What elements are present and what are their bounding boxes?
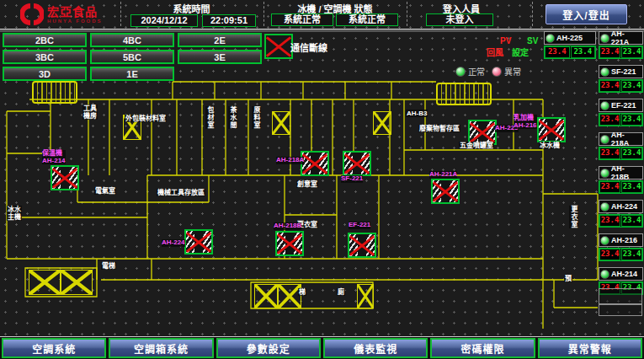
floor-button-3bc[interactable]: 3BC: [3, 50, 87, 64]
unit-card-ah-214[interactable]: AH-214: [599, 267, 643, 281]
unit-column-right: AH-221A23.423.4SF-22123.423.4EF-22123.42…: [599, 31, 643, 301]
room-label: 預: [564, 275, 572, 282]
floor-button-3e[interactable]: 3E: [178, 50, 262, 64]
unit-card-ah-218b[interactable]: AH-218B: [599, 166, 643, 180]
system-clock: 22:09:51: [202, 14, 256, 27]
floor-button-2e[interactable]: 2E: [178, 33, 262, 47]
unit-card-ah-216[interactable]: AH-216: [599, 233, 643, 247]
login-status: 未登入: [426, 13, 493, 26]
unit-card-sf-221[interactable]: SF-221: [599, 65, 643, 78]
unit-sv-value: 23.4: [621, 249, 642, 260]
bottom-nav: 空調系統空調箱系統參數設定儀表監視密碼權限異常警報: [0, 336, 644, 359]
status-led-icon: [600, 101, 609, 110]
ahu-offline-icon-ef-221[interactable]: [348, 233, 376, 258]
room-label: 機械工具存放區: [157, 189, 205, 196]
nav-alarm[interactable]: 異常警報: [538, 338, 642, 358]
room-label: AH-B3: [406, 110, 428, 117]
ahu-offline-icon-ah-214[interactable]: [51, 165, 79, 190]
unit-card-ef-221[interactable]: EF-221: [599, 99, 643, 112]
unit-name: SF-221: [611, 67, 636, 76]
elevator-shaft-icon: [29, 270, 61, 295]
nav-ac-system[interactable]: 空調系統: [2, 338, 106, 358]
plan-unit-label-ah-218b: AH-218B: [274, 222, 301, 230]
nav-param-settings[interactable]: 參數設定: [216, 338, 321, 358]
ahu-offline-icon-ah-218b[interactable]: [275, 231, 304, 256]
unit-card-ah-218a[interactable]: AH-218A: [599, 132, 643, 146]
room-label: 冰水主機: [7, 206, 22, 221]
unit-values: 23.423.4: [599, 79, 643, 93]
plan-unit-label-ah-224: AH-224: [162, 239, 185, 247]
unit-values: 23.423.4: [599, 248, 643, 261]
ahu-offline-icon-ah-216[interactable]: [537, 117, 566, 142]
unit-card-ah-225[interactable]: AH-225: [544, 31, 596, 45]
chiller-status: 系統正常: [271, 13, 333, 26]
floor-button-4bc[interactable]: 4BC: [90, 33, 174, 47]
ahu-offline-icon-ah-224[interactable]: [184, 229, 213, 255]
ahu-offline-icon-ah-218a[interactable]: [301, 151, 329, 176]
ahu-status: 系統正常: [336, 13, 398, 26]
stairs-icon: [32, 81, 77, 104]
floor-plan: 保溫機AH-214AH-224AH-218ASF-221AH-221AAH-22…: [0, 78, 599, 335]
room-label: 工具機房: [82, 104, 98, 120]
unit-name: AH-218A: [611, 131, 641, 147]
header: 宏亞食品 HUNYA FOODS 系統時間 2024/12/12 22:09:5…: [0, 0, 644, 29]
status-led-icon: [600, 67, 609, 77]
company-logo: 宏亞食品 HUNYA FOODS: [20, 3, 103, 26]
unit-card-ah-221a[interactable]: AH-221A: [599, 31, 643, 45]
unit-name: AH-221A: [611, 29, 641, 46]
unit-sv-value: 23.4: [621, 80, 642, 92]
unit-values: 23.423.4: [599, 214, 643, 228]
status-led-icon: [600, 34, 609, 43]
room-label: 廢棄物暫存區: [418, 125, 460, 132]
floor-button-5bc[interactable]: 5BC: [90, 50, 174, 64]
plan-unit-label-ef-221: EF-221: [349, 222, 370, 229]
system-time-label: 系統時間: [122, 2, 261, 15]
elevator-shaft-icon: [254, 284, 278, 308]
nav-meter-monitor[interactable]: 儀表監視: [323, 338, 428, 358]
ahu-offline-icon-ah-221a[interactable]: [431, 179, 460, 204]
room-label: 創意室: [296, 180, 318, 188]
unit-pv-value: 23.4: [599, 249, 620, 260]
empty-slot: [599, 304, 642, 316]
header-separator: [407, 2, 407, 26]
login-logout-button[interactable]: 登入/登出: [546, 4, 627, 24]
room-label: 電梯: [101, 262, 116, 270]
plan-unit-label-ah-221a: AH-221A: [429, 171, 457, 179]
elevator-shaft-icon: [357, 284, 374, 308]
empty-slot: [599, 288, 642, 304]
abnormal-led-icon: [492, 67, 502, 77]
room-label: 原料室: [252, 106, 261, 129]
sv-desc-label: 設定: [512, 44, 529, 59]
unit-sv-value: 23.4: [621, 46, 642, 58]
abnormal-legend: 異常: [492, 63, 521, 78]
header-separator: [120, 2, 121, 26]
unit-sv-value: 23.4: [621, 181, 642, 193]
nav-ahu-system[interactable]: 空調箱系統: [109, 338, 213, 358]
unit-pv-value: 23.4: [599, 215, 620, 227]
unit-sv-value: 23.4: [621, 215, 642, 227]
unit-values: 23.423.4: [599, 180, 643, 194]
sv-legend-label: SV: [527, 32, 538, 47]
plan-unit-label-ah-214: 保溫機AH-214: [42, 150, 66, 164]
unit-name: AH-218B: [611, 164, 641, 181]
unit-values: 23.423.4: [599, 46, 643, 59]
room-label: 廁: [337, 288, 345, 296]
plan-unit-label-sf-221: SF-221: [341, 175, 363, 183]
header-separator: [263, 2, 264, 26]
room-label: 更衣室: [569, 206, 578, 228]
unit-name: AH-216: [611, 236, 637, 244]
floor-button-2bc[interactable]: 2BC: [3, 33, 87, 47]
unit-name: AH-214: [611, 270, 637, 278]
ahu-offline-icon-sf-221[interactable]: [343, 151, 371, 176]
unit-card-ah-224[interactable]: AH-224: [599, 200, 643, 213]
unit-sv-value: 23.4: [571, 46, 596, 58]
logo-text: 宏亞食品: [47, 6, 103, 19]
floor-button-grid: 2BC4BC2E3BC5BC3E3D1E: [3, 33, 265, 81]
hmi-screen: 宏亞食品 HUNYA FOODS 系統時間 2024/12/12 22:09:5…: [0, 0, 644, 359]
comm-loss-icon: [264, 34, 293, 59]
room-label: 梯: [298, 288, 306, 296]
nav-password[interactable]: 密碼權限: [430, 338, 535, 358]
room-label: 電氣室: [94, 187, 116, 195]
unit-pv-value: 23.4: [599, 147, 620, 159]
normal-legend: 正常: [455, 63, 485, 78]
